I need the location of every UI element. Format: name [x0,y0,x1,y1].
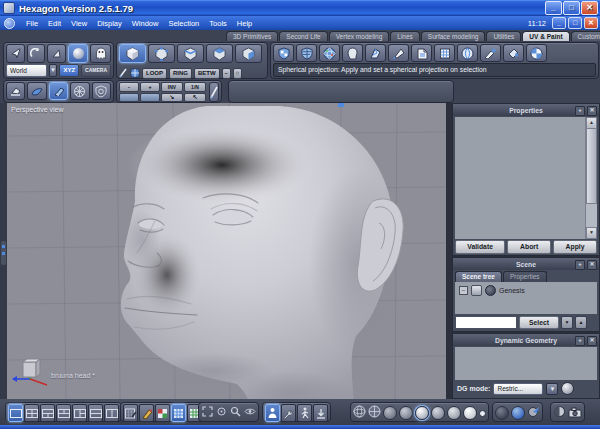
tree-sort-down-icon[interactable]: ▼ [561,316,573,329]
menu-window[interactable]: Window [127,19,164,28]
figure-mode-icon[interactable] [265,404,280,422]
uv-grid-page-icon[interactable] [434,44,455,62]
uv-head-mapping-icon[interactable] [342,44,363,62]
texture-checker-medium-icon[interactable] [171,404,186,422]
texture-checker-small-icon[interactable] [155,404,170,422]
select-auto-cube-icon[interactable] [235,44,262,63]
scroll-thumb[interactable] [586,128,597,204]
layout-single-icon[interactable] [8,404,23,422]
render-blue-sphere-icon[interactable] [511,406,525,420]
shading-textured-wire-icon[interactable] [463,406,477,420]
tree-expander-icon[interactable]: – [459,286,468,295]
select-edges-cube-icon[interactable] [177,44,204,63]
menu-selection[interactable]: Selection [163,19,204,28]
doc-restore-button[interactable]: □ [568,17,582,29]
zoom-view-icon[interactable] [229,404,242,418]
world-dropdown[interactable]: World [6,64,47,77]
fit-view-icon[interactable] [201,404,214,418]
lock-icon[interactable] [471,285,482,296]
loop-button[interactable]: LOOP [142,68,167,79]
doc-minimize-button[interactable]: _ [552,17,566,29]
uv-pin-icon[interactable] [388,44,409,62]
shading-facet-icon[interactable] [399,406,413,420]
collapse-icon[interactable]: ↘ [161,93,183,102]
visibility-icon[interactable] [485,285,496,296]
one-n-button[interactable]: 1/N [184,82,206,92]
tree-sort-up-icon[interactable]: ▲ [575,316,587,329]
tab-second-life[interactable]: Second Life [279,31,327,41]
menu-file[interactable]: File [21,19,43,28]
half-sphere-icon[interactable] [553,404,566,422]
rotate-tool-icon[interactable] [27,44,46,63]
smooth-low-icon[interactable] [119,93,139,102]
dg-collapse-icon[interactable]: + [575,336,585,346]
select-object-cube-icon[interactable] [119,44,146,63]
shading-dot-icon[interactable] [479,410,486,417]
menu-edit[interactable]: Edit [43,19,66,28]
xyz-button[interactable]: XYZ [59,64,79,77]
camera-button[interactable]: CAMERA [81,64,111,77]
uv-cylindrical-projection-icon[interactable] [296,44,317,62]
properties-close-icon[interactable]: ✕ [587,106,597,116]
properties-collapse-icon[interactable]: + [575,106,585,116]
texture-brush-icon[interactable] [49,82,68,100]
uv-shield-wheel-icon[interactable] [92,82,111,100]
doc-close-button[interactable]: ✕ [584,17,598,29]
abort-button[interactable]: Abort [507,240,551,254]
uv-unfold-icon[interactable] [365,44,386,62]
select-points-cube-icon[interactable] [148,44,175,63]
menu-view[interactable]: View [66,19,92,28]
paint-bucket-tool-icon[interactable] [503,44,524,62]
tab-3d-primitives[interactable]: 3D Primitives [226,31,278,41]
select-faces-cube-icon[interactable] [206,44,233,63]
layout-split-bottom-icon[interactable] [40,404,55,422]
plus-button[interactable]: + [140,82,160,92]
scale-tool-icon[interactable] [47,44,66,63]
minus-button[interactable]: - [119,82,139,92]
center-view-icon[interactable] [215,404,228,418]
perspective-viewport[interactable]: Perspective view bruuna head * [7,103,446,399]
drop-to-floor-icon[interactable] [313,404,328,422]
betw-button[interactable]: BETW [194,68,220,79]
shading-textured-icon[interactable] [447,406,461,420]
lasso-selection-icon[interactable]: ○ [233,68,242,79]
tab-scene-tree[interactable]: Scene tree [455,271,502,282]
menu-display[interactable]: Display [92,19,127,28]
tab-custom[interactable]: Custom [571,31,600,41]
world-dropdown-arrow-icon[interactable]: ▼ [49,64,58,77]
menu-help[interactable]: Help [232,19,257,28]
select-button[interactable]: Select [519,316,559,329]
dg-mode-dropdown-arrow-icon[interactable]: ▼ [546,383,558,395]
ghost-mode-icon[interactable] [90,44,111,63]
shading-flat-icon[interactable] [383,406,397,420]
uv-editor-icon[interactable] [123,404,138,422]
shading-wireframe-icon[interactable] [353,404,366,422]
tab-uv-paint[interactable]: UV & Paint [522,31,569,41]
paint-room-icon[interactable] [139,404,154,422]
minimize-button[interactable]: _ [545,1,562,15]
sphere-manipulator-icon[interactable] [68,44,89,63]
maximize-button[interactable]: □ [563,1,580,15]
uv-wrap-sphere-icon[interactable] [457,44,478,62]
scroll-down-icon[interactable]: ▼ [586,227,597,239]
scene-collapse-icon[interactable]: + [575,260,585,270]
invert-button[interactable]: INV [161,82,183,92]
layout-quad-icon[interactable] [24,404,39,422]
uv-checker-sphere-icon[interactable] [526,44,547,62]
select-tool-icon[interactable] [6,44,25,63]
camera-snapshot-icon[interactable] [568,404,582,422]
smear-tool-icon[interactable] [27,82,46,100]
close-button[interactable]: ✕ [581,1,598,15]
splitter-handle[interactable] [1,241,6,265]
scene-tree-item[interactable]: – Genesis [455,282,597,299]
dg-sphere-icon[interactable] [561,382,574,395]
shading-smooth-wire-icon[interactable] [431,406,445,420]
layout-split-top-icon[interactable] [56,404,71,422]
dg-mode-dropdown[interactable]: Restric... [493,383,543,395]
shading-hiddenline-icon[interactable] [368,404,381,422]
stamp-tool-icon[interactable] [6,82,25,100]
layout-split-right-icon[interactable] [72,404,87,422]
properties-scrollbar[interactable]: ▲ ▼ [585,117,597,239]
shrink-selection-icon[interactable]: – [222,68,231,79]
uv-template-page-icon[interactable] [411,44,432,62]
